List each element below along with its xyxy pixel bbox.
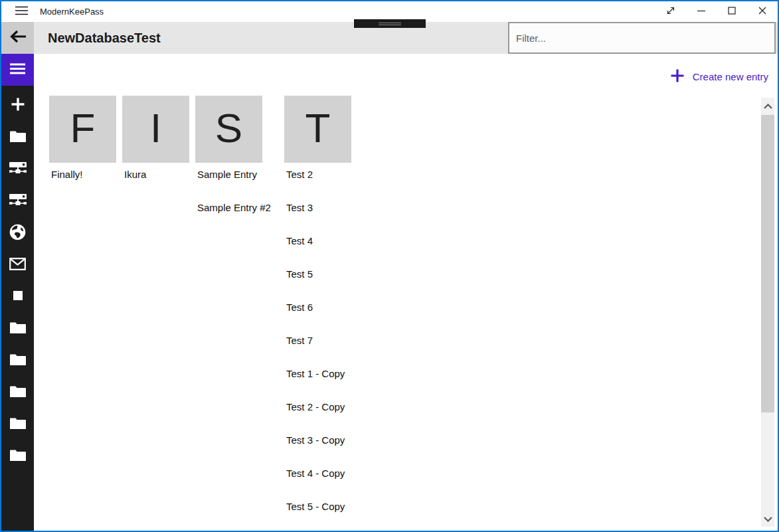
entry-label[interactable]: Test 4 - Copy — [286, 467, 345, 480]
chevron-down-icon — [764, 513, 772, 525]
entry-tile[interactable]: S — [195, 96, 262, 163]
entry-label[interactable]: Test 4 — [286, 234, 313, 248]
chevron-up-icon — [764, 100, 772, 112]
entry-label[interactable]: Test 1 - Copy — [286, 367, 345, 381]
entry-tile[interactable]: T — [284, 96, 351, 163]
entry-tile[interactable]: F — [49, 96, 116, 163]
entry-tile-letter: T — [305, 108, 331, 149]
entry-label[interactable]: Finally! — [51, 168, 83, 181]
entry-label[interactable]: Ikura — [124, 168, 146, 181]
entry-tile-letter: F — [70, 108, 96, 149]
app-window: ModernKeePass — [0, 0, 779, 532]
entry-tile-letter: S — [215, 108, 242, 149]
entry-label[interactable]: Test 2 — [286, 168, 313, 181]
entry-label[interactable]: Test 7 — [286, 334, 313, 347]
entry-tile-letter: I — [150, 108, 161, 149]
entry-tile[interactable]: I — [122, 96, 189, 163]
entry-label[interactable]: Sample Entry — [197, 168, 257, 181]
entry-label[interactable]: Test 2 - Copy — [286, 400, 345, 414]
entry-label[interactable]: Test 3 - Copy — [286, 434, 345, 447]
entry-label[interactable]: Test 6 — [286, 301, 313, 314]
entry-column: TTest 2Test 3Test 4Test 5Test 6Test 7Tes… — [284, 96, 377, 163]
scroll-down-button[interactable] — [761, 513, 774, 524]
entry-grid: FFinally!IIkuraSSample EntrySample Entry… — [1, 1, 778, 531]
entry-label[interactable]: Test 5 - Copy — [286, 500, 345, 513]
vertical-scrollbar[interactable] — [761, 98, 774, 527]
entry-column: SSample EntrySample Entry #2 — [195, 96, 288, 163]
entry-label[interactable]: Test 3 — [286, 201, 313, 215]
drag-handle-bar[interactable] — [354, 19, 426, 28]
entry-label[interactable]: Sample Entry #2 — [197, 201, 271, 215]
scroll-up-button[interactable] — [761, 100, 774, 111]
entry-label[interactable]: Test 5 — [286, 268, 313, 281]
scrollbar-thumb[interactable] — [761, 115, 774, 412]
